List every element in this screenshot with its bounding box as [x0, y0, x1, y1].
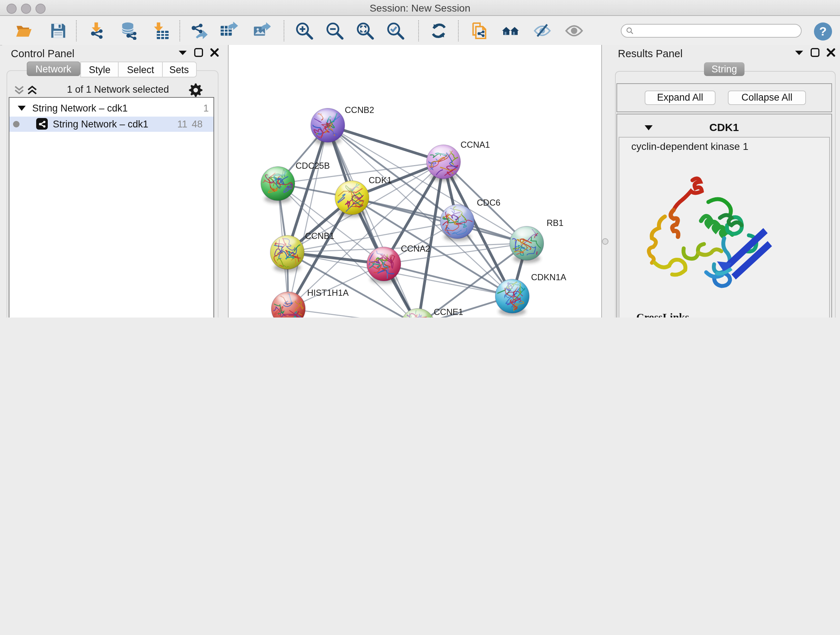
svg-text:CCNA1: CCNA1 — [460, 140, 489, 149]
svg-text:RB1: RB1 — [546, 218, 563, 228]
svg-text:CDC6: CDC6 — [477, 198, 500, 207]
svg-text:HIST1H1A: HIST1H1A — [307, 288, 348, 298]
svg-text:CDC25B: CDC25B — [295, 161, 330, 171]
svg-text:CCNE1: CCNE1 — [433, 307, 463, 317]
svg-text:CDK1: CDK1 — [368, 175, 392, 185]
svg-text:CCNA2: CCNA2 — [401, 244, 430, 253]
svg-text:CCNB2: CCNB2 — [344, 105, 374, 115]
svg-text:CDKN1A: CDKN1A — [531, 272, 566, 282]
svg-text:CCNB1: CCNB1 — [305, 231, 334, 241]
